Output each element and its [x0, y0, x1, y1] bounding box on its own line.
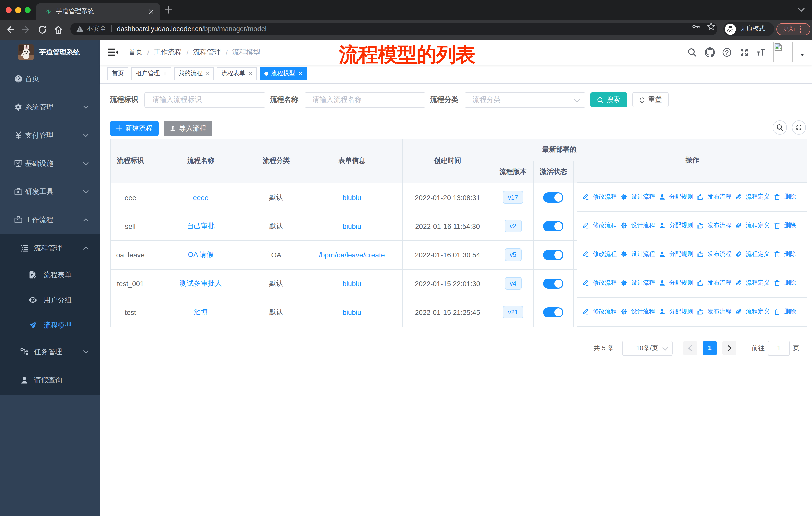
- cell-form-link[interactable]: biubiu: [302, 298, 403, 327]
- action-发布流程[interactable]: 发布流程: [697, 279, 732, 287]
- sidebar-logo[interactable]: 芋道管理系统: [0, 39, 100, 65]
- cell-name-link[interactable]: OA 请假: [151, 241, 251, 269]
- tag-流程表单[interactable]: 流程表单: [217, 67, 257, 80]
- sidebar-item-请假查询[interactable]: 请假查询: [0, 366, 100, 394]
- forward-button[interactable]: [21, 25, 31, 35]
- version-tag[interactable]: v5: [505, 248, 521, 261]
- create-process-button[interactable]: 新建流程: [110, 121, 158, 136]
- action-修改流程[interactable]: 修改流程: [583, 221, 617, 230]
- cell-form-link[interactable]: /bpm/oa/leave/create: [302, 241, 403, 269]
- cell-name-link[interactable]: 自己审批: [151, 212, 251, 241]
- back-button[interactable]: [5, 25, 15, 35]
- filter-key-input[interactable]: 请输入流程标识: [144, 92, 265, 108]
- action-删除[interactable]: 删除: [774, 307, 796, 316]
- breadcrumb-workflow[interactable]: 工作流程: [154, 48, 182, 57]
- pagination-goto-input[interactable]: 1: [768, 341, 790, 355]
- avatar-caret-down-icon[interactable]: [800, 53, 804, 56]
- active-state-toggle[interactable]: [544, 250, 563, 260]
- action-设计流程[interactable]: 设计流程: [621, 279, 655, 287]
- version-tag[interactable]: v4: [505, 277, 521, 290]
- sidebar-item-首页[interactable]: 首页: [0, 65, 100, 93]
- action-分配规则[interactable]: 分配规则: [659, 279, 693, 287]
- action-修改流程[interactable]: 修改流程: [583, 307, 617, 316]
- help-icon[interactable]: [722, 48, 731, 57]
- version-tag[interactable]: v17: [503, 191, 523, 203]
- sidebar-item-流程表单[interactable]: 流程表单: [0, 262, 100, 288]
- action-发布流程[interactable]: 发布流程: [697, 307, 732, 316]
- cell-form-link[interactable]: biubiu: [302, 212, 403, 241]
- reset-button[interactable]: 重置: [632, 92, 668, 107]
- fullscreen-icon[interactable]: [739, 48, 748, 57]
- github-icon[interactable]: [704, 47, 715, 57]
- font-size-icon[interactable]: [756, 48, 765, 57]
- bookmark-star-icon[interactable]: [707, 22, 715, 31]
- cell-name-link[interactable]: 滔博: [151, 298, 251, 327]
- action-修改流程[interactable]: 修改流程: [583, 250, 617, 259]
- current-page-button[interactable]: 1: [702, 341, 717, 355]
- minimize-window-button[interactable]: [15, 7, 21, 13]
- sidebar-item-支付管理[interactable]: 支付管理: [0, 121, 100, 150]
- sidebar-item-流程管理[interactable]: 流程管理: [0, 234, 100, 262]
- action-分配规则[interactable]: 分配规则: [659, 307, 693, 316]
- action-删除[interactable]: 删除: [774, 250, 796, 259]
- action-发布流程[interactable]: 发布流程: [697, 250, 732, 259]
- tag-close-icon[interactable]: [163, 72, 167, 75]
- action-分配规则[interactable]: 分配规则: [659, 192, 693, 201]
- update-chrome-button[interactable]: 更新: [776, 23, 811, 35]
- action-流程定义[interactable]: 流程定义: [736, 192, 770, 201]
- action-设计流程[interactable]: 设计流程: [621, 307, 655, 316]
- search-button[interactable]: 搜索: [590, 92, 627, 107]
- toggle-search-button[interactable]: [773, 120, 787, 135]
- action-分配规则[interactable]: 分配规则: [659, 221, 693, 230]
- new-tab-button[interactable]: [165, 6, 172, 13]
- tag-close-icon[interactable]: [206, 72, 209, 75]
- address-bar[interactable]: 不安全 dashboard.yudao.iocoder.cn/bpm/manag…: [70, 23, 717, 35]
- action-发布流程[interactable]: 发布流程: [697, 192, 732, 201]
- breadcrumb-process-mgmt[interactable]: 流程管理: [193, 48, 221, 57]
- tag-close-icon[interactable]: [249, 72, 252, 75]
- version-tag[interactable]: v2: [505, 220, 521, 232]
- action-分配规则[interactable]: 分配规则: [659, 250, 693, 259]
- action-流程定义[interactable]: 流程定义: [736, 250, 770, 259]
- breadcrumb-home[interactable]: 首页: [128, 48, 143, 57]
- version-tag[interactable]: v21: [503, 306, 523, 319]
- browser-menu-icon[interactable]: [800, 25, 802, 33]
- reload-button[interactable]: [37, 25, 47, 35]
- refresh-button[interactable]: [792, 120, 806, 135]
- cell-name-link[interactable]: 测试多审批人: [151, 269, 251, 298]
- password-key-icon[interactable]: [692, 22, 700, 31]
- cell-form-link[interactable]: biubiu: [302, 269, 403, 298]
- browser-tab[interactable]: 芋道管理系统: [36, 3, 160, 20]
- sidebar-fold-icon[interactable]: [108, 47, 118, 57]
- page-size-select[interactable]: 10条/页: [622, 341, 672, 355]
- action-删除[interactable]: 删除: [774, 221, 796, 230]
- sidebar-item-系统管理[interactable]: 系统管理: [0, 93, 100, 121]
- action-删除[interactable]: 删除: [774, 279, 796, 287]
- tag-首页[interactable]: 首页: [107, 67, 128, 80]
- header-search-icon[interactable]: [688, 48, 697, 57]
- tag-流程模型[interactable]: 流程模型: [260, 67, 307, 80]
- active-state-toggle[interactable]: [544, 221, 563, 231]
- sidebar-item-流程模型[interactable]: 流程模型: [0, 313, 100, 338]
- tag-close-icon[interactable]: [298, 72, 302, 75]
- sidebar-item-工作流程[interactable]: 工作流程: [0, 206, 100, 234]
- cell-form-link[interactable]: biubiu: [302, 183, 403, 212]
- sidebar-item-研发工具[interactable]: 研发工具: [0, 178, 100, 206]
- tab-close-icon[interactable]: [147, 7, 155, 16]
- next-page-button[interactable]: [722, 341, 736, 355]
- close-window-button[interactable]: [5, 7, 11, 13]
- active-state-toggle[interactable]: [544, 192, 563, 202]
- active-state-toggle[interactable]: [544, 307, 563, 317]
- action-设计流程[interactable]: 设计流程: [621, 250, 655, 259]
- filter-category-select[interactable]: 流程分类: [464, 92, 585, 108]
- action-设计流程[interactable]: 设计流程: [621, 221, 655, 230]
- filter-name-input[interactable]: 请输入流程名称: [304, 92, 425, 108]
- action-流程定义[interactable]: 流程定义: [736, 307, 770, 316]
- sidebar-item-基础设施[interactable]: 基础设施: [0, 150, 100, 178]
- active-state-toggle[interactable]: [544, 278, 563, 289]
- url-text[interactable]: dashboard.yudao.iocoder.cn/bpm/manager/m…: [117, 25, 266, 33]
- not-secure-warning-icon[interactable]: [76, 25, 84, 32]
- tab-search-chevron-icon[interactable]: [798, 7, 805, 12]
- action-流程定义[interactable]: 流程定义: [736, 221, 770, 230]
- action-发布流程[interactable]: 发布流程: [697, 221, 732, 230]
